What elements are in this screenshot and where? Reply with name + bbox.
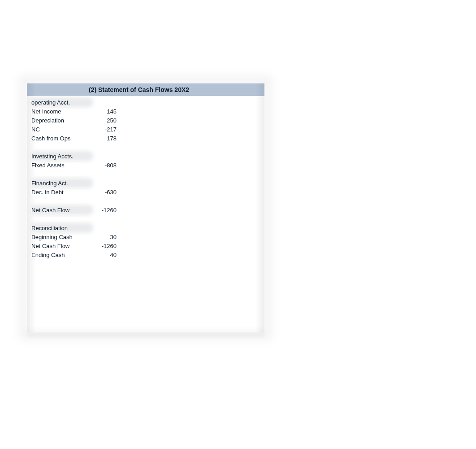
line-item-value: 30: [94, 234, 117, 240]
line-item-label: Cash from Ops: [31, 135, 94, 142]
line-item-value: -217: [94, 126, 117, 133]
line-item: Depreciation 250: [31, 116, 264, 125]
panel-title: (2) Statement of Cash Flows 20X2: [27, 83, 264, 96]
line-item-value: -1260: [94, 207, 117, 214]
section-heading-label: Reconciliation: [31, 225, 94, 231]
line-item-value: 145: [94, 108, 117, 115]
cash-flow-body: operating Acct. Net Income 145 Depreciat…: [27, 96, 264, 259]
line-item: Net Income 145: [31, 107, 264, 116]
line-item: NC -217: [31, 125, 264, 134]
line-item-label: Beginning Cash: [31, 234, 94, 240]
section-heading-operating: operating Acct.: [31, 98, 264, 107]
line-item-net-cash: Net Cash Flow -1260: [31, 205, 264, 214]
section-heading-reconciliation: Reconciliation: [31, 223, 264, 232]
section-heading-label: Financing Act.: [31, 180, 94, 187]
line-item-label: Depreciation: [31, 117, 94, 124]
line-item-value: -808: [94, 162, 117, 169]
line-item-label: NC: [31, 126, 94, 133]
section-heading-label: operating Acct.: [31, 99, 94, 106]
line-item: Ending Cash 40: [31, 250, 264, 259]
line-item: Net Cash Flow -1260: [31, 241, 264, 250]
line-item-value: 40: [94, 252, 117, 258]
line-item: Dec. in Debt -630: [31, 187, 264, 196]
line-item-label: Net Cash Flow: [31, 243, 94, 249]
line-item: Fixed Assets -808: [31, 161, 264, 170]
line-item-label: Fixed Assets: [31, 162, 94, 169]
line-item-value: -630: [94, 189, 117, 196]
line-item-value: 250: [94, 117, 117, 124]
line-item-value: 178: [94, 135, 117, 142]
section-heading-investing: Invetsting Accts.: [31, 152, 264, 161]
line-item-label: Dec. in Debt: [31, 189, 94, 196]
section-heading-label: Invetsting Accts.: [31, 153, 94, 160]
line-item-value: -1260: [94, 243, 117, 249]
line-item-label: Ending Cash: [31, 252, 94, 258]
line-item-label: Net Income: [31, 108, 94, 115]
cash-flow-panel: (2) Statement of Cash Flows 20X2 operati…: [27, 83, 264, 332]
section-heading-financing: Financing Act.: [31, 179, 264, 187]
line-item-label: Net Cash Flow: [31, 207, 94, 214]
line-item: Cash from Ops 178: [31, 134, 264, 143]
line-item: Beginning Cash 30: [31, 232, 264, 241]
